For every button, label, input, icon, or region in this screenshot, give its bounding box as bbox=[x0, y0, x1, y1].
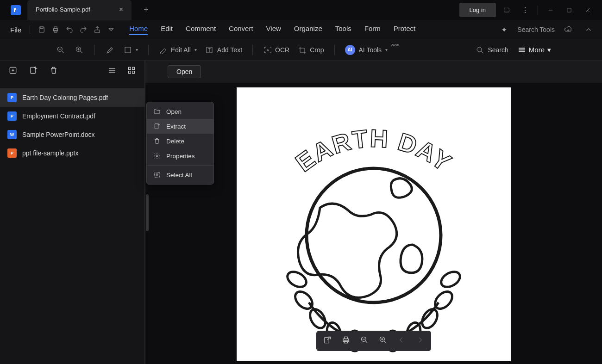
crop-button[interactable]: Crop bbox=[295, 46, 326, 54]
svg-rect-0 bbox=[504, 8, 509, 12]
svg-rect-52 bbox=[345, 337, 348, 339]
svg-rect-37 bbox=[132, 71, 135, 74]
ocr-button[interactable]: AOCR bbox=[260, 46, 292, 54]
tab-comment[interactable]: Comment bbox=[186, 25, 216, 35]
context-menu: Open Extract Delete Properties Select Al… bbox=[146, 102, 214, 185]
zoom-out-page-icon[interactable] bbox=[360, 335, 369, 346]
toolbar: ▾ Edit All▾ TAdd Text AOCR Crop AIAI Too… bbox=[0, 39, 602, 61]
select-all-icon bbox=[153, 171, 161, 179]
cloud-icon[interactable] bbox=[561, 23, 575, 37]
svg-line-15 bbox=[81, 51, 82, 53]
tab-tools[interactable]: Tools bbox=[335, 25, 351, 35]
file-item[interactable]: PEmployment Contract.pdf bbox=[0, 107, 144, 125]
message-icon[interactable] bbox=[499, 2, 514, 18]
tab-convert[interactable]: Convert bbox=[229, 25, 253, 35]
workspace: PEarth Day Coloring Pages.pdf PEmploymen… bbox=[0, 61, 602, 364]
svg-rect-34 bbox=[128, 67, 131, 69]
ai-tools-button[interactable]: AIAI Tools▾New bbox=[342, 45, 402, 55]
tab-home[interactable]: Home bbox=[129, 25, 148, 35]
add-file-icon[interactable] bbox=[8, 66, 18, 77]
add-text-button[interactable]: TAdd Text bbox=[202, 46, 245, 54]
svg-rect-30 bbox=[31, 67, 35, 73]
pdf-icon: P bbox=[7, 93, 17, 102]
window-maximize-icon[interactable] bbox=[561, 2, 577, 18]
file-item[interactable]: WSample PowerPoint.docx bbox=[0, 125, 144, 144]
redo-icon[interactable] bbox=[76, 23, 90, 37]
ai-icon: AI bbox=[345, 45, 355, 55]
tab-organize[interactable]: Organize bbox=[294, 25, 322, 35]
file-item[interactable]: Pppt file-sample.pptx bbox=[0, 144, 144, 162]
sidebar-resize-handle[interactable] bbox=[146, 194, 149, 231]
sidebar: PEarth Day Coloring Pages.pdf PEmploymen… bbox=[0, 61, 145, 364]
page-controls bbox=[316, 331, 431, 351]
svg-point-39 bbox=[307, 168, 441, 302]
search-tools-input[interactable]: Search Tools bbox=[517, 26, 555, 33]
kebab-menu-icon[interactable]: ⋮ bbox=[517, 2, 533, 18]
zoom-out-icon[interactable] bbox=[53, 42, 69, 58]
extract-icon[interactable] bbox=[29, 66, 38, 77]
ctx-select-all[interactable]: Select All bbox=[147, 167, 213, 182]
svg-point-22 bbox=[477, 47, 482, 52]
titlebar: Portfolio-Sample.pdf × + Log in ⋮ bbox=[0, 0, 602, 20]
share-icon[interactable] bbox=[90, 23, 104, 37]
svg-rect-2 bbox=[567, 8, 571, 12]
svg-rect-6 bbox=[40, 27, 43, 29]
search-button[interactable]: Search bbox=[473, 46, 511, 54]
save-icon[interactable] bbox=[35, 23, 49, 37]
svg-point-62 bbox=[156, 155, 158, 157]
svg-rect-53 bbox=[345, 341, 348, 343]
tab-edit[interactable]: Edit bbox=[161, 25, 173, 35]
chevron-up-icon[interactable] bbox=[582, 23, 596, 37]
undo-icon[interactable] bbox=[63, 23, 76, 37]
svg-rect-51 bbox=[343, 339, 349, 342]
highlight-icon[interactable] bbox=[102, 42, 118, 58]
prev-page-icon[interactable] bbox=[397, 335, 406, 346]
open-bar: Open bbox=[145, 61, 602, 83]
tab-protect[interactable]: Protect bbox=[394, 25, 416, 35]
menubar: File Home Edit Comment Convert View Orga… bbox=[0, 20, 602, 39]
print-page-icon[interactable] bbox=[341, 335, 351, 346]
svg-rect-35 bbox=[132, 67, 135, 69]
grid-view-icon[interactable] bbox=[127, 66, 136, 77]
close-tab-icon[interactable]: × bbox=[119, 6, 123, 14]
dropdown-icon[interactable] bbox=[104, 23, 118, 37]
zoom-in-page-icon[interactable] bbox=[378, 335, 388, 346]
word-icon: W bbox=[7, 130, 17, 139]
gear-icon bbox=[153, 152, 161, 160]
tab-title: Portfolio-Sample.pdf bbox=[36, 6, 90, 13]
window-close-icon[interactable] bbox=[580, 2, 596, 18]
more-button[interactable]: More▾ bbox=[518, 46, 551, 54]
list-view-icon[interactable] bbox=[107, 66, 117, 77]
pdf-icon: P bbox=[7, 111, 17, 121]
window-minimize-icon[interactable] bbox=[543, 2, 558, 18]
tab-form[interactable]: Form bbox=[364, 25, 381, 35]
file-item[interactable]: PEarth Day Coloring Pages.pdf bbox=[0, 88, 144, 107]
open-external-icon[interactable] bbox=[323, 335, 332, 346]
svg-rect-5 bbox=[39, 27, 44, 32]
zoom-in-icon[interactable] bbox=[71, 42, 87, 58]
document-content: EARTH DAY bbox=[237, 87, 511, 361]
login-button[interactable]: Log in bbox=[459, 3, 496, 17]
svg-rect-18 bbox=[125, 47, 131, 53]
document-tab[interactable]: Portfolio-Sample.pdf × bbox=[27, 0, 132, 20]
ctx-extract[interactable]: Extract bbox=[147, 119, 213, 134]
svg-line-58 bbox=[384, 341, 386, 343]
ctx-delete[interactable]: Delete bbox=[147, 134, 213, 148]
open-button[interactable]: Open bbox=[168, 65, 201, 78]
tab-view[interactable]: View bbox=[266, 25, 281, 35]
edit-all-button[interactable]: Edit All▾ bbox=[156, 46, 200, 54]
document-page[interactable]: EARTH DAY bbox=[237, 87, 511, 361]
sidebar-toolbar bbox=[0, 61, 144, 82]
trash-icon[interactable] bbox=[49, 66, 58, 77]
svg-line-55 bbox=[366, 341, 367, 343]
print-icon[interactable] bbox=[49, 23, 63, 37]
ctx-properties[interactable]: Properties bbox=[147, 148, 213, 163]
new-tab-icon[interactable]: + bbox=[144, 5, 149, 15]
shape-dropdown[interactable]: ▾ bbox=[121, 46, 141, 54]
menu-file[interactable]: File bbox=[6, 26, 25, 34]
svg-line-23 bbox=[481, 51, 483, 53]
trash-icon bbox=[153, 137, 161, 145]
ctx-open[interactable]: Open bbox=[147, 104, 213, 119]
next-page-icon[interactable] bbox=[415, 335, 425, 346]
bulb-icon[interactable]: ✦ bbox=[497, 23, 511, 37]
